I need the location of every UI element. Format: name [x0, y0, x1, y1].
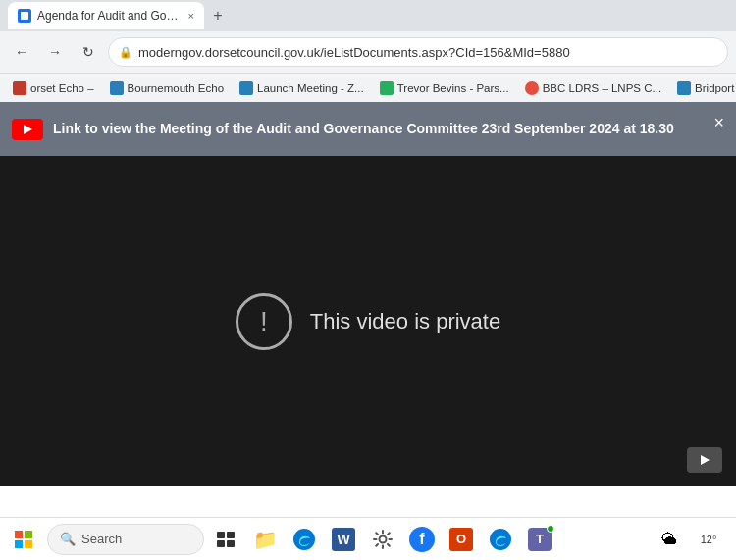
forward-button[interactable]: → — [41, 38, 69, 66]
new-tab-button[interactable]: + — [204, 2, 232, 29]
windows-start-button[interactable] — [6, 522, 41, 557]
task-view-button[interactable] — [208, 522, 243, 557]
word-icon: W — [332, 528, 355, 551]
file-explorer-button[interactable]: 📁 — [247, 522, 283, 557]
teams-button[interactable]: T — [522, 522, 557, 557]
task-view-icon — [217, 532, 235, 547]
bookmark-4[interactable]: Trevor Bevins - Pars... — [373, 79, 516, 97]
svg-rect-0 — [217, 532, 225, 538]
bookmark-favicon-4 — [380, 81, 394, 95]
youtube-logo-icon — [12, 119, 43, 140]
browser-tab[interactable]: Agenda for Audit and Governa × — [8, 2, 204, 29]
warning-circle-icon: ! — [236, 293, 292, 350]
svg-rect-3 — [227, 540, 235, 547]
tab-title: Agenda for Audit and Governa — [37, 9, 179, 23]
edge2-button[interactable] — [483, 522, 518, 557]
reload-button[interactable]: ↻ — [75, 38, 102, 66]
facebook-button[interactable]: f — [404, 522, 440, 557]
settings-button[interactable] — [365, 522, 400, 557]
windows-logo-icon — [15, 531, 32, 548]
bookmark-1[interactable]: orset Echo – — [6, 79, 101, 97]
settings-gear-icon — [373, 530, 393, 549]
svg-point-6 — [490, 529, 511, 550]
bookmark-favicon-1 — [13, 81, 26, 95]
svg-rect-2 — [217, 540, 225, 547]
tray-weather-icon: 🌥 — [656, 522, 683, 557]
teams-status-dot — [547, 525, 554, 533]
bookmark-favicon-6 — [677, 81, 691, 95]
folder-icon: 📁 — [253, 528, 278, 551]
taskbar-search-box[interactable]: 🔍 Search — [47, 524, 204, 555]
banner-close-button[interactable]: × — [713, 114, 724, 131]
svg-point-4 — [293, 529, 315, 550]
system-clock: 12° — [687, 534, 730, 545]
private-video-label: This video is private — [310, 309, 500, 334]
meeting-banner: Link to view the Meeting of the Audit an… — [0, 102, 736, 156]
bookmark-3[interactable]: Launch Meeting - Z... — [233, 79, 371, 97]
back-button[interactable]: ← — [8, 38, 35, 66]
bookmark-6[interactable]: Bridport & Lyme Re... — [670, 79, 736, 97]
tab-close-button[interactable]: × — [188, 10, 194, 22]
bookmark-favicon-3 — [239, 81, 253, 95]
exclamation-icon: ! — [260, 308, 268, 335]
title-bar: Agenda for Audit and Governa × + — [0, 0, 736, 31]
youtube-watermark-icon — [687, 447, 722, 473]
bookmark-favicon-5 — [525, 81, 539, 95]
bookmarks-bar: orset Echo – Bournemouth Echo Launch Mee… — [0, 73, 736, 102]
url-text: moderngov.dorsetcouncil.gov.uk/ieListDoc… — [138, 45, 570, 60]
yt-watermark-play-icon — [701, 455, 710, 465]
system-tray: 🌥 12° — [656, 522, 730, 557]
bookmark-5[interactable]: BBC LDRS – LNPS C... — [518, 79, 668, 97]
facebook-icon: f — [409, 527, 435, 552]
search-icon: 🔍 — [60, 532, 76, 546]
banner-title: Link to view the Meeting of the Audit an… — [53, 120, 724, 139]
edge2-icon — [490, 529, 511, 550]
youtube-play-icon — [24, 125, 32, 134]
svg-rect-1 — [227, 532, 235, 538]
taskbar: 🔍 Search 📁 W f O — [0, 517, 736, 560]
edge-icon — [293, 529, 315, 550]
office-button[interactable]: O — [444, 522, 479, 557]
content-area: Link to view the Meeting of the Audit an… — [0, 102, 736, 484]
private-video-content: ! This video is private — [236, 293, 500, 350]
video-player: ! This video is private — [0, 156, 736, 486]
bookmark-2[interactable]: Bournemouth Echo — [103, 79, 231, 97]
bookmark-favicon-2 — [110, 81, 124, 95]
tab-favicon — [18, 9, 31, 23]
svg-point-5 — [380, 535, 387, 542]
word-button[interactable]: W — [326, 522, 361, 557]
taskbar-search-label: Search — [81, 532, 122, 546]
address-bar: ← → ↻ 🔒 moderngov.dorsetcouncil.gov.uk/i… — [0, 31, 736, 73]
edge-button[interactable] — [287, 522, 322, 557]
lock-icon: 🔒 — [119, 46, 132, 59]
url-bar[interactable]: 🔒 moderngov.dorsetcouncil.gov.uk/ieListD… — [108, 37, 728, 67]
office-icon: O — [449, 528, 473, 551]
